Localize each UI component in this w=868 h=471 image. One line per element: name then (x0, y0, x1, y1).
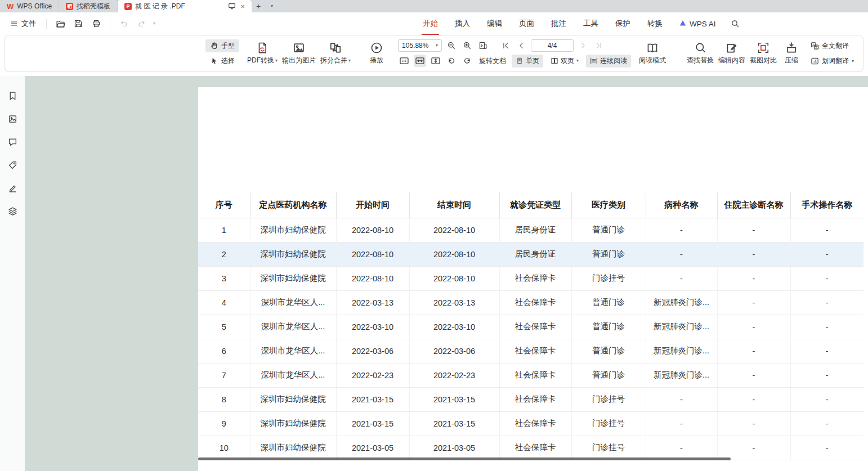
ribbon-tab-保护[interactable]: 保护 (607, 12, 639, 35)
edit-content-button[interactable]: 编辑内容 (716, 37, 748, 70)
table-cell: 7 (198, 363, 250, 387)
pdf-convert-button[interactable]: PDF转换▾ (245, 37, 280, 70)
word-translate-button[interactable]: 译 划词翻译 ▾ (806, 55, 858, 68)
table-cell: 2022-03-06 (336, 339, 409, 363)
next-page-button[interactable] (577, 39, 589, 52)
table-cell: 门诊挂号 (571, 411, 646, 436)
ribbon-tab-插入[interactable]: 插入 (446, 12, 478, 35)
table-cell: - (790, 436, 863, 460)
export-image-button[interactable]: 输出为图片 (280, 37, 318, 70)
pdf-convert-label: PDF转换 (247, 56, 274, 65)
hand-icon (210, 42, 218, 50)
thumbnail-panel-button[interactable] (5, 111, 20, 126)
play-button[interactable]: 播放 (361, 37, 392, 70)
undo-icon[interactable] (117, 17, 131, 30)
chevron-down-icon: ▾ (576, 59, 579, 63)
single-page-button[interactable]: 单页 (512, 55, 543, 68)
column-header: 开始时间 (336, 192, 409, 218)
ribbon-tab-页面[interactable]: 页面 (511, 12, 543, 35)
table-cell: 2022-03-13 (336, 290, 409, 315)
fit-width-button[interactable] (414, 55, 426, 67)
column-header: 序号 (198, 192, 250, 218)
table-row: 10深圳市妇幼保健院2021-03-052021-03-05社会保障卡门诊挂号-… (198, 436, 863, 460)
ribbon-tab-开始[interactable]: 开始 (414, 12, 446, 35)
tab-label: WPS Office (17, 2, 52, 10)
ribbon-tab-批注[interactable]: 批注 (543, 12, 575, 35)
separator (46, 19, 47, 29)
hand-tool-button[interactable]: 手型 (205, 39, 239, 52)
ribbon-tab-工具[interactable]: 工具 (575, 12, 607, 35)
compress-button[interactable]: 压缩 (779, 37, 804, 70)
double-page-button[interactable]: 双页 ▾ (547, 55, 583, 68)
rotate-left-button[interactable] (445, 55, 458, 67)
tags-panel-button[interactable] (5, 158, 20, 172)
double-page-label: 双页 (561, 56, 574, 66)
print-button[interactable] (90, 17, 103, 30)
layers-panel-button[interactable] (5, 204, 20, 218)
zoom-in-button[interactable] (461, 39, 473, 52)
document-canvas[interactable]: 序号定点医药机构名称开始时间结束时间就诊凭证类型医疗类别病种名称住院主诊断名称手… (25, 76, 868, 471)
bookmark-panel-button[interactable] (5, 88, 20, 103)
table-cell: 2022-08-10 (409, 266, 499, 290)
table-cell: 3 (198, 266, 250, 290)
table-cell: - (790, 242, 863, 266)
tab-list-button[interactable]: ▾ (265, 0, 279, 12)
table-cell: 社会保障卡 (499, 266, 571, 290)
ribbon-tab-编辑[interactable]: 编辑 (478, 12, 511, 35)
continuous-read-button[interactable]: 连续阅读 (586, 55, 631, 68)
svg-text:译: 译 (813, 59, 817, 63)
table-cell: - (717, 266, 790, 290)
table-cell: 2022-03-10 (409, 315, 499, 339)
present-screen-icon[interactable] (228, 2, 236, 10)
signature-panel-button[interactable] (5, 181, 20, 195)
ribbon-search-icon[interactable] (728, 17, 742, 30)
file-menu-button[interactable]: 文件 (7, 16, 39, 31)
find-replace-button[interactable]: 查找替换 (684, 37, 716, 70)
new-tab-button[interactable]: + (252, 0, 265, 12)
full-translate-button[interactable]: A文 全文翻译 (806, 39, 858, 52)
table-cell: 2021-03-15 (336, 387, 409, 411)
tab-docer-templates[interactable]: 稻 找稻壳模板 (59, 0, 118, 12)
tab-wps-ai[interactable]: WPS AI (671, 12, 724, 35)
zoom-out-button[interactable] (445, 39, 458, 52)
tab-wps-office[interactable]: W WPS Office (0, 0, 59, 12)
header-row: 序号定点医药机构名称开始时间结束时间就诊凭证类型医疗类别病种名称住院主诊断名称手… (198, 192, 863, 218)
rotate-doc-button[interactable]: 旋转文档 (477, 55, 508, 68)
actual-size-button[interactable]: 1:1 (398, 55, 410, 67)
table-head: 序号定点医药机构名称开始时间结束时间就诊凭证类型医疗类别病种名称住院主诊断名称手… (198, 192, 863, 218)
fit-page-button[interactable] (429, 55, 442, 67)
prev-page-button[interactable] (515, 39, 527, 52)
horizontal-scrollbar[interactable] (198, 457, 731, 460)
open-file-button[interactable] (53, 17, 67, 30)
read-mode-button[interactable]: 阅读模式 (637, 37, 668, 70)
table-cell: 深圳市龙华区人... (250, 290, 336, 315)
hamburger-icon (10, 20, 18, 28)
menubar: 文件 ▾ 开始插入编辑页面批注工具保护转换 (0, 12, 868, 35)
page-indicator-input[interactable]: 4/4 (531, 39, 574, 52)
table-cell: 社会保障卡 (499, 315, 571, 339)
table-cell: - (646, 218, 717, 242)
table-cell: - (790, 411, 863, 436)
zoom-select[interactable]: 105.88% ▾ (398, 39, 442, 52)
last-page-button[interactable] (593, 39, 605, 52)
table-cell: - (717, 315, 790, 339)
select-tool-button[interactable]: 选择 (205, 55, 239, 68)
table-cell: 深圳市妇幼保健院 (250, 266, 336, 290)
table-cell: - (790, 387, 863, 411)
shot-compare-button[interactable]: 截图对比 (748, 37, 779, 70)
comment-panel-button[interactable] (5, 134, 20, 149)
table-cell: 社会保障卡 (499, 436, 571, 460)
table-cell: 门诊挂号 (571, 266, 646, 290)
save-button[interactable] (71, 17, 85, 30)
table-cell: 新冠肺炎门诊... (646, 315, 717, 339)
ribbon-tab-转换[interactable]: 转换 (639, 12, 671, 35)
rotate-right-button[interactable] (461, 55, 473, 67)
undo-history-chevron-icon[interactable]: ▾ (153, 21, 155, 26)
first-page-button[interactable] (499, 39, 512, 52)
tab-document[interactable]: P 就 医 记 录 .PDF × (118, 0, 252, 12)
table-cell: 社会保障卡 (499, 411, 571, 436)
redo-icon[interactable] (135, 17, 149, 30)
split-merge-button[interactable]: 拆分合并▾ (318, 37, 353, 70)
close-tab-icon[interactable]: × (240, 2, 245, 11)
page-thumbnail-icon[interactable] (477, 39, 489, 52)
